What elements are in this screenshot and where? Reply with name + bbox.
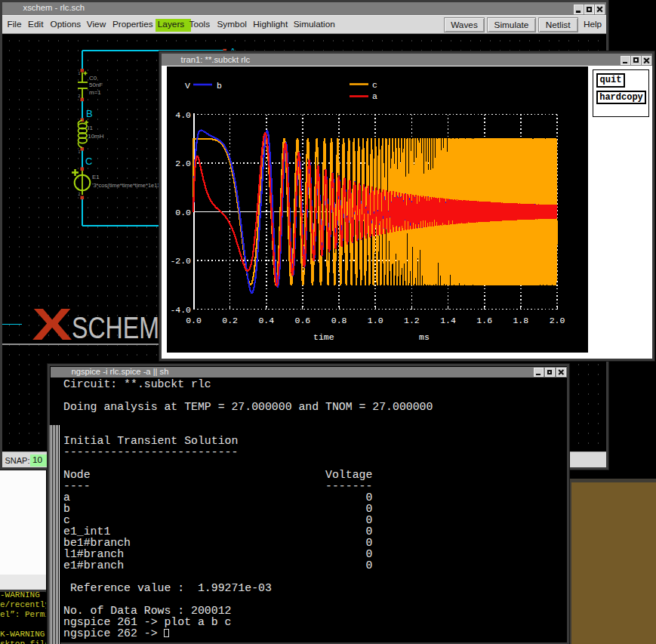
svg-text:2.0: 2.0 <box>175 159 191 168</box>
svg-text:b: b <box>217 81 222 91</box>
svg-text:c: c <box>372 80 377 90</box>
svg-text:1.4: 1.4 <box>440 316 456 325</box>
svg-text:1.8: 1.8 <box>513 316 528 325</box>
svg-text:1.0: 1.0 <box>368 316 383 325</box>
svg-text:X: X <box>32 300 72 350</box>
svg-text:-2.0: -2.0 <box>170 256 191 266</box>
svg-text:I1: I1 <box>88 125 93 131</box>
svg-text:E1: E1 <box>92 174 100 180</box>
svg-text:B: B <box>86 108 93 119</box>
svg-text:1.6: 1.6 <box>476 316 492 325</box>
svg-text:SCHEM: SCHEM <box>72 311 159 344</box>
svg-text:0.4: 0.4 <box>258 316 274 325</box>
svg-text:0.0: 0.0 <box>186 316 202 325</box>
svg-text:time: time <box>313 332 334 342</box>
svg-text:0.6: 0.6 <box>295 316 311 325</box>
svg-text:m=1: m=1 <box>89 89 101 96</box>
svg-text:10mH: 10mH <box>88 133 104 140</box>
svg-text:0.8: 0.8 <box>331 316 347 325</box>
svg-text:'3*cos(time*time*time*1e11): '3*cos(time*time*time*1e11) <box>92 182 162 189</box>
svg-text:ms: ms <box>419 332 430 342</box>
svg-text:0.2: 0.2 <box>222 316 238 325</box>
svg-text:V: V <box>185 81 190 91</box>
svg-text:4.0: 4.0 <box>175 110 191 120</box>
svg-text:1: 1 <box>79 71 81 75</box>
svg-text:2.0: 2.0 <box>550 316 565 325</box>
svg-text:2: 2 <box>79 192 81 196</box>
svg-text:C0: C0 <box>89 75 97 82</box>
svg-text:-4.0: -4.0 <box>170 305 191 315</box>
svg-text:1.2: 1.2 <box>404 316 420 325</box>
svg-text:1: 1 <box>79 149 81 154</box>
svg-text:a: a <box>372 91 377 101</box>
svg-text:50nF: 50nF <box>89 82 103 88</box>
svg-text:C: C <box>85 156 92 167</box>
svg-text:0.0: 0.0 <box>175 208 191 217</box>
svg-text:2: 2 <box>79 94 81 98</box>
